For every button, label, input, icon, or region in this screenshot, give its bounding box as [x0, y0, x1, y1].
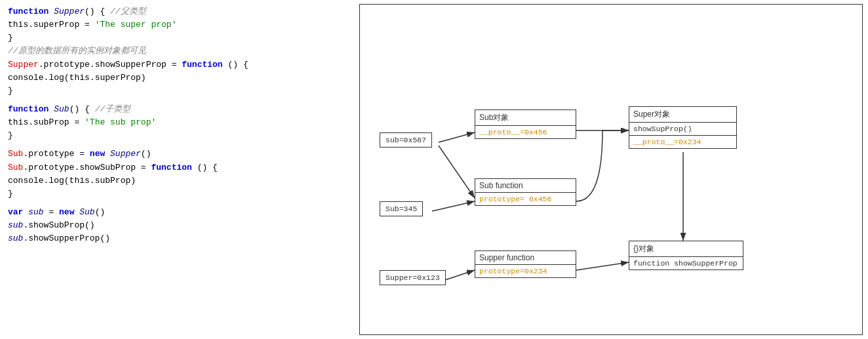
code-line: } [8, 85, 346, 98]
code-line: //原型的数据所有的实例对象都可见 [8, 45, 346, 58]
sub-obj: Sub对象__proto__=0x456 [475, 110, 576, 139]
sub-fn-title: Sub function [475, 179, 576, 192]
super-obj: Super对象showSupProp()__proto__=0x234 [629, 106, 737, 149]
sub-fn-row: prototype= 0x456 [475, 192, 576, 205]
Supper-label: Supper=0x123 [380, 270, 446, 285]
code-line [8, 201, 346, 206]
sub-fn: Sub functionprototype= 0x456 [475, 178, 576, 206]
code-line: Supper.prototype.showSupperProp = functi… [8, 58, 346, 71]
code-line: sub.showSubProp() [8, 219, 346, 232]
code-line: Sub.prototype = new Supper() [8, 148, 346, 161]
code-line: this.superProp = 'The super prop' [8, 18, 346, 31]
super-obj-title: Super对象 [629, 107, 736, 122]
sub-obj-row: __proto__=0x456 [475, 125, 576, 138]
Sub-label: Sub=345 [380, 201, 423, 216]
code-line [8, 98, 346, 103]
supper-fn-row: prototype=0x234 [475, 264, 576, 277]
sub-obj-title: Sub对象 [475, 110, 576, 125]
empty-obj-title: {}对象 [629, 241, 743, 256]
code-panel: function Supper() { //父类型 this.superProp… [0, 0, 354, 339]
empty-obj: {}对象function showSupperProp [629, 241, 743, 270]
code-line: console.log(this.subProp) [8, 174, 346, 188]
code-line: Sub.prototype.showSubProp = function () … [8, 161, 346, 174]
code-line: this.subProp = 'The sub prop' [8, 116, 346, 129]
code-line: var sub = new Sub() [8, 206, 346, 219]
super-obj-row: __proto__=0x234 [629, 135, 736, 148]
code-line [8, 142, 346, 148]
supper-fn-title: Supper function [475, 251, 576, 264]
sub-label: sub=0x567 [380, 132, 432, 148]
empty-obj-row: function showSupperProp [629, 256, 743, 269]
code-line: sub.showSupperProp() [8, 232, 346, 245]
code-line: } [8, 31, 346, 45]
code-line: function Supper() { //父类型 [8, 5, 346, 18]
supper-fn: Supper functionprototype=0x234 [475, 250, 576, 278]
code-line: } [8, 129, 346, 142]
code-line: console.log(this.superProp) [8, 71, 346, 85]
code-line: function Sub() { //子类型 [8, 103, 346, 116]
diagram-panel: sub=0x567Sub=345Supper=0x123 Sub对象__prot… [359, 4, 863, 335]
super-obj-row: showSupProp() [629, 122, 736, 135]
code-line: } [8, 188, 346, 201]
